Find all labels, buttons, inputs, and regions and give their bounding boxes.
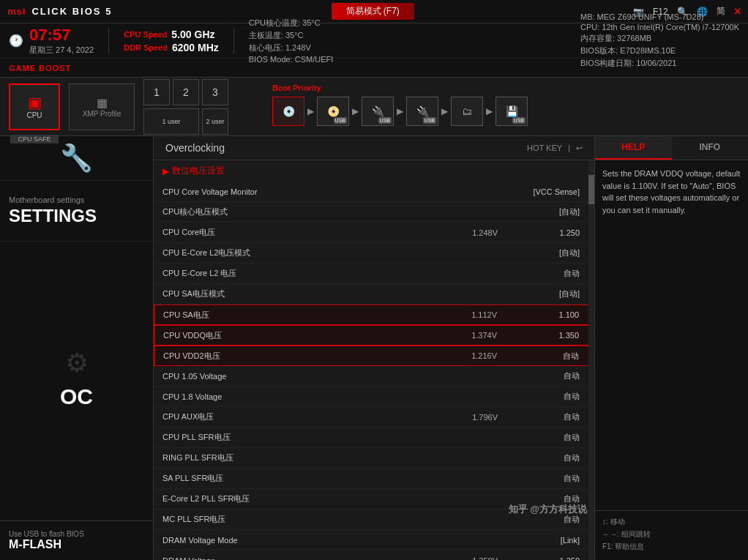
- oc-panel-title: Overclocking: [165, 142, 225, 154]
- table-row[interactable]: CPU VDDQ电压1.374V1.350: [154, 325, 594, 346]
- row-name: SA PLL SFR电压: [162, 473, 446, 484]
- mem-size: 内存容量: 32768MB: [580, 33, 739, 44]
- row-current: 1.248V: [446, 228, 498, 237]
- row-value: 自动: [498, 268, 586, 279]
- row-current: 1.374V: [446, 331, 497, 340]
- back-icon[interactable]: ↩: [576, 143, 583, 153]
- flash-large: M-FLASH: [9, 538, 144, 551]
- xmp-box[interactable]: ▦ XMP Profile: [69, 83, 135, 130]
- table-row[interactable]: CPU VDD2电压1.216V自动: [154, 346, 594, 366]
- right-tabs: HELP INFO: [595, 136, 748, 160]
- boost-user-2[interactable]: 2 user: [202, 108, 228, 135]
- table-row[interactable]: CPU Core电压1.248V1.250: [154, 223, 594, 243]
- usb-icon-1: 🔌: [372, 105, 384, 117]
- table-row[interactable]: CPU Core Voltage Monitor[VCC Sense]: [154, 182, 594, 202]
- usb-badge-3: USB: [423, 117, 436, 124]
- row-value: [自动]: [498, 288, 586, 299]
- boot-device-usb1[interactable]: 🔌 USB: [362, 97, 394, 126]
- oc-panel-header: Overclocking HOT KEY | ↩: [154, 136, 594, 160]
- bios-ver: BIOS版本: E7D28IMS.10E: [580, 45, 739, 56]
- row-current: 1.796V: [446, 413, 498, 422]
- hotkey-label[interactable]: HOT KEY: [527, 143, 562, 152]
- boost-num-1[interactable]: 1: [143, 79, 170, 105]
- tab-help[interactable]: HELP: [595, 136, 672, 160]
- boot-device-drive[interactable]: 🗂: [451, 97, 483, 126]
- table-row[interactable]: CPU AUX电压1.796V自动: [154, 407, 594, 428]
- mb-temp: 主板温度: 35°C: [249, 30, 334, 41]
- usb-badge-1: USB: [334, 117, 347, 124]
- cpu-voltage: 核心电压: 1.248V: [249, 42, 334, 53]
- cpu-chip-icon: ▣: [28, 94, 42, 111]
- row-name: CPU E-Core L2 电压: [162, 268, 446, 279]
- settings-nav[interactable]: Motherboard settings SETTINGS: [0, 180, 153, 241]
- bios-date: BIOS构建日期: 10/06/2021: [580, 58, 739, 69]
- row-name: CPU AUX电压: [162, 411, 446, 422]
- sys-info-right: MB: MEG Z690 UNIFY (MS-7D28) CPU: 12th G…: [580, 12, 739, 69]
- boot-device-usb3[interactable]: 💾 USB: [495, 97, 528, 126]
- product-name: CLICK BIOS 5: [31, 6, 112, 17]
- ddr-speed-val: 6200 MHz: [172, 42, 219, 53]
- cpu-box-label: CPU: [26, 111, 42, 119]
- boot-device-hdd[interactable]: 💿: [272, 97, 304, 126]
- scrollbar[interactable]: [588, 160, 594, 560]
- flash-section[interactable]: Use USB to flash BIOS M-FLASH: [0, 520, 153, 560]
- boot-devices: 💿 ▶ 📀 USB ▶ 🔌 USB ▶ 🔌 USB ▶ 🗂 ▶: [272, 97, 739, 126]
- row-name: E-Core L2 PLL SFR电压: [162, 493, 446, 504]
- watermark: 知乎 @方方科技说: [509, 503, 587, 516]
- row-value: [自动]: [498, 247, 586, 258]
- row-name: CPU VDDQ电压: [163, 330, 446, 341]
- drive-icon: 🗂: [462, 105, 472, 117]
- table-row[interactable]: CPU SA电压模式[自动]: [154, 284, 594, 305]
- row-name: CPU SA电压模式: [162, 288, 446, 299]
- ddr-speed-label: DDR Speed: [124, 43, 168, 52]
- table-row[interactable]: CPU 1.05 Voltage自动: [154, 366, 594, 387]
- cpu-boost-box[interactable]: ▣ CPU CPU SAFE: [9, 83, 60, 130]
- row-current: 1.350V: [446, 556, 498, 561]
- oc-panel: Overclocking HOT KEY | ↩ ▶ 数位电压设置 CPU Co…: [154, 136, 594, 560]
- usb-badge-4: USB: [512, 117, 526, 124]
- tab-info[interactable]: INFO: [672, 136, 749, 160]
- boost-num-3[interactable]: 3: [202, 79, 228, 105]
- table-row[interactable]: CPU PLL SFR电压自动: [154, 428, 594, 448]
- nav-hint-1: ↕: 移动: [602, 517, 741, 527]
- table-row[interactable]: CPU E-Core L2 电压自动: [154, 264, 594, 284]
- boot-device-optical[interactable]: 📀 USB: [317, 97, 349, 126]
- row-value: 自动: [498, 452, 586, 463]
- mode-button[interactable]: 简易模式 (F7): [332, 3, 414, 20]
- table-row[interactable]: SA PLL SFR电压自动: [154, 468, 594, 489]
- mb-model: MB: MEG Z690 UNIFY (MS-7D28): [580, 12, 739, 21]
- row-value: 自动: [498, 411, 586, 422]
- row-name: CPU 1.8 Voltage: [162, 392, 446, 401]
- row-value: 自动: [498, 432, 586, 443]
- usb-icon-2: 🔌: [416, 105, 429, 117]
- table-row[interactable]: DRAM Voltage Mode[Link]: [154, 530, 594, 550]
- table-row[interactable]: CPU SA电压1.112V1.100: [154, 305, 594, 325]
- row-name: CPU PLL SFR电压: [162, 432, 446, 443]
- boost-user-1[interactable]: 1 user: [143, 108, 199, 135]
- boost-left: ▣ CPU CPU SAFE ▦ XMP Profile 1 2 3 1 use…: [0, 78, 263, 135]
- table-row[interactable]: CPU核心电压模式[自动]: [154, 202, 594, 223]
- boost-num-2[interactable]: 2: [173, 79, 199, 105]
- nav-hint-2: ←→: 组间跳转: [602, 529, 741, 540]
- row-name: DRAM Voltage: [162, 556, 446, 561]
- boot-arrow-1: ▶: [307, 106, 314, 116]
- table-row[interactable]: CPU 1.8 Voltage自动: [154, 387, 594, 407]
- table-row[interactable]: RING PLL SFR电压自动: [154, 448, 594, 468]
- msi-logo: msi: [7, 6, 26, 17]
- boost-right: Boot Priority 💿 ▶ 📀 USB ▶ 🔌 USB ▶ 🔌 USB …: [263, 78, 748, 135]
- scrollbar-thumb: [588, 175, 594, 204]
- row-value: 1.100: [497, 310, 585, 319]
- cpu-temp: CPU核心温度: 35°C: [249, 18, 334, 29]
- oc-label: OC: [51, 378, 102, 415]
- table-row[interactable]: DRAM Voltage1.350V1.350: [154, 550, 594, 560]
- boot-arrow-5: ▶: [486, 106, 493, 116]
- oc-nav[interactable]: ⚙ OC: [0, 241, 153, 520]
- oc-section-title: 数位电压设置: [172, 165, 225, 177]
- hotkey-area: HOT KEY | ↩: [527, 143, 583, 153]
- game-boost-label: GAME BOOST: [9, 64, 71, 72]
- oc-section-header: ▶ 数位电压设置: [154, 160, 594, 182]
- table-row[interactable]: CPU E-Core L2电压模式[自动]: [154, 243, 594, 264]
- boot-device-usb2[interactable]: 🔌 USB: [406, 97, 438, 126]
- left-sidebar: 🔧 Motherboard settings SETTINGS ⚙ OC Use…: [0, 136, 154, 560]
- speed-section: CPU Speed 5.00 GHz DDR Speed 6200 MHz: [124, 29, 219, 53]
